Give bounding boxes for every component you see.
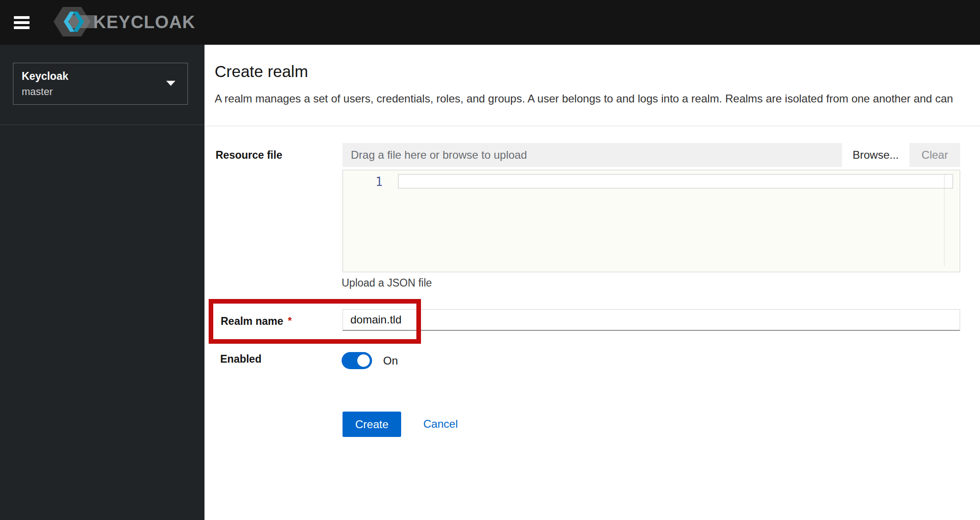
enabled-toggle[interactable]	[342, 352, 372, 369]
editor-scroll-track	[944, 174, 944, 266]
realm-name-input[interactable]	[343, 309, 960, 331]
enabled-label: Enabled	[220, 353, 261, 365]
file-upload-control: Browse... Clear	[343, 143, 960, 167]
enabled-state-label: On	[383, 354, 398, 367]
create-button[interactable]: Create	[343, 412, 401, 437]
file-upload-input[interactable]	[343, 143, 842, 167]
clear-button[interactable]: Clear	[909, 143, 960, 167]
realm-name-label-text: Realm name	[221, 315, 283, 327]
required-indicator: *	[288, 315, 292, 326]
cancel-link[interactable]: Cancel	[423, 418, 458, 430]
main-content: Create realm A realm manages a set of us…	[204, 45, 980, 520]
resource-file-label: Resource file	[216, 149, 282, 161]
keycloak-logo[interactable]: KEYCLOAK	[51, 4, 195, 41]
realm-switcher-title: Keycloak	[22, 69, 179, 83]
realm-switcher-dropdown[interactable]: Keycloak master	[13, 63, 188, 105]
browse-button[interactable]: Browse...	[842, 143, 909, 167]
realm-switcher-current-realm: master	[22, 85, 179, 98]
upload-helper-text: Upload a JSON file	[342, 277, 432, 289]
brand-text: KEYCLOAK	[93, 12, 195, 32]
realm-name-label: Realm name*	[221, 315, 292, 328]
sidebar: Keycloak master	[0, 45, 204, 520]
section-divider	[204, 126, 980, 126]
editor-active-line[interactable]	[398, 174, 953, 189]
keycloak-logo-icon	[51, 4, 97, 41]
app-header: KEYCLOAK	[0, 0, 980, 45]
chevron-down-icon	[166, 81, 175, 86]
toggle-knob	[357, 354, 370, 367]
page-title: Create realm	[215, 62, 308, 81]
hamburger-menu-icon[interactable]	[14, 15, 31, 30]
page-description: A realm manages a set of users, credenti…	[215, 92, 980, 105]
json-code-editor[interactable]: 1	[343, 170, 960, 272]
editor-line-number: 1	[364, 175, 383, 189]
